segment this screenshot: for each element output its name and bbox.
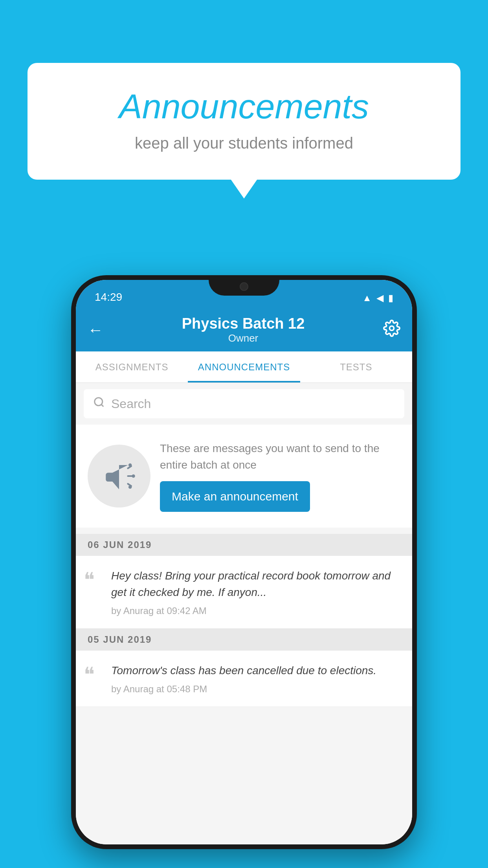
status-icons: ▲ ◀ ▮ (362, 292, 393, 303)
wifi-icon: ▲ (362, 292, 372, 303)
tabs-bar: ASSIGNMENTS ANNOUNCEMENTS TESTS (76, 351, 412, 383)
phone-outer: 14:29 ▲ ◀ ▮ ← Physics Batch 12 Owner (71, 275, 417, 849)
svg-point-0 (389, 326, 394, 330)
megaphone-icon (101, 458, 137, 494)
phone-screen: 14:29 ▲ ◀ ▮ ← Physics Batch 12 Owner (76, 280, 412, 844)
prompt-right: These are messages you want to send to t… (160, 440, 400, 512)
megaphone-circle (88, 445, 150, 508)
status-time: 14:29 (95, 291, 122, 303)
bubble-title: Announcements (59, 86, 429, 127)
speech-bubble-section: Announcements keep all your students inf… (28, 63, 460, 180)
signal-icon: ◀ (376, 292, 383, 303)
svg-point-3 (128, 463, 132, 467)
svg-point-5 (128, 485, 132, 489)
phone-mockup: 14:29 ▲ ◀ ▮ ← Physics Batch 12 Owner (71, 275, 417, 849)
app-bar-subtitle: Owner (228, 332, 259, 344)
back-button[interactable]: ← (88, 321, 103, 339)
make-announcement-button[interactable]: Make an announcement (160, 481, 310, 512)
date-divider-2: 05 JUN 2019 (76, 629, 412, 651)
svg-point-4 (132, 474, 135, 478)
svg-point-1 (95, 398, 103, 406)
announcement-author-1: by Anurag at 09:42 AM (111, 605, 400, 616)
settings-icon[interactable] (383, 320, 400, 340)
announcement-content-1: Hey class! Bring your practical record b… (111, 568, 400, 616)
search-icon (93, 396, 105, 411)
tab-tests[interactable]: TESTS (300, 351, 412, 383)
quote-icon-2: ❝ (84, 665, 103, 685)
announcement-text-1: Hey class! Bring your practical record b… (111, 568, 400, 601)
announcement-author-2: by Anurag at 05:48 PM (111, 684, 400, 695)
announcement-content-2: Tomorrow's class has been cancelled due … (111, 662, 400, 695)
app-bar-center: Physics Batch 12 Owner (182, 315, 305, 344)
camera-dot (240, 282, 248, 291)
battery-icon: ▮ (388, 292, 393, 303)
search-bar[interactable]: Search (84, 389, 404, 418)
app-bar-title: Physics Batch 12 (182, 315, 305, 332)
speech-bubble-card: Announcements keep all your students inf… (28, 63, 460, 180)
quote-icon-1: ❝ (84, 570, 103, 590)
announcement-prompt-card: These are messages you want to send to t… (76, 425, 412, 528)
announcement-item-1[interactable]: ❝ Hey class! Bring your practical record… (76, 556, 412, 629)
search-placeholder: Search (111, 397, 151, 411)
tab-assignments[interactable]: ASSIGNMENTS (76, 351, 188, 383)
date-divider-1: 06 JUN 2019 (76, 534, 412, 556)
phone-notch (209, 275, 279, 296)
app-bar: ← Physics Batch 12 Owner (76, 308, 412, 351)
content-area: Search These are messages (76, 383, 412, 844)
announcement-item-2[interactable]: ❝ Tomorrow's class has been cancelled du… (76, 651, 412, 707)
tab-announcements[interactable]: ANNOUNCEMENTS (188, 351, 300, 383)
announcement-text-2: Tomorrow's class has been cancelled due … (111, 662, 400, 679)
prompt-description: These are messages you want to send to t… (160, 440, 400, 473)
svg-line-2 (101, 405, 103, 406)
bubble-subtitle: keep all your students informed (59, 134, 429, 152)
